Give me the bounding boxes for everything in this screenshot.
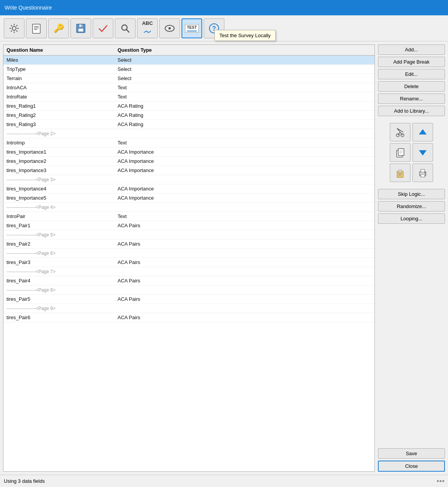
toolbar: 🔑 ABC bbox=[0, 15, 448, 41]
cell-question-type: ACA Importance bbox=[118, 158, 371, 164]
add-to-library-button[interactable]: Add to Library... bbox=[378, 106, 445, 116]
cell-question-type: ACA Rating bbox=[118, 112, 371, 118]
search-button[interactable] bbox=[115, 18, 136, 38]
svg-point-12 bbox=[168, 27, 171, 30]
status-bar: Using 3 data fields bbox=[0, 475, 448, 487]
table-row[interactable]: tires_Pair5ACA Pairs bbox=[3, 295, 374, 304]
table-row[interactable]: tires_Importance1ACA Importance bbox=[3, 148, 374, 157]
delete-button[interactable]: Delete bbox=[378, 81, 445, 92]
cell-question-type: ACA Pairs bbox=[118, 296, 371, 302]
cell-question-type: Select bbox=[118, 66, 371, 72]
table-row[interactable]: IntroACAText bbox=[3, 83, 374, 92]
cell-question-name: IntroRate bbox=[7, 94, 118, 100]
table-row[interactable]: tires_Importance2ACA Importance bbox=[3, 157, 374, 166]
save-button[interactable] bbox=[70, 18, 91, 38]
table-row[interactable]: tires_Pair6ACA Pairs bbox=[3, 313, 374, 322]
cell-question-type: ACA Pairs bbox=[118, 259, 371, 265]
table-row[interactable]: MilesSelect bbox=[3, 56, 374, 65]
cell-question-type: ACA Rating bbox=[118, 121, 371, 127]
page-break-row: -------------------<Page 3> bbox=[3, 175, 374, 184]
randomize-button[interactable]: Randomize... bbox=[378, 201, 445, 212]
dot1 bbox=[437, 480, 439, 482]
edit-button[interactable]: Edit... bbox=[378, 69, 445, 79]
question-table: Question Name Question Type MilesSelectT… bbox=[3, 44, 375, 472]
svg-rect-1 bbox=[33, 24, 40, 33]
svg-rect-8 bbox=[80, 25, 81, 27]
table-scroll[interactable]: MilesSelectTripTypeSelectTerrainSelectIn… bbox=[3, 56, 374, 471]
table-header: Question Name Question Type bbox=[3, 45, 374, 56]
table-row[interactable]: tires_Pair4ACA Pairs bbox=[3, 276, 374, 285]
move-down-button[interactable] bbox=[412, 143, 433, 162]
icon-row-1 bbox=[378, 123, 445, 141]
table-row[interactable]: TerrainSelect bbox=[3, 74, 374, 83]
cell-question-name: tires_Pair2 bbox=[7, 241, 118, 247]
svg-rect-35 bbox=[421, 174, 425, 177]
table-row[interactable]: IntroPairText bbox=[3, 212, 374, 221]
cell-question-type: Select bbox=[118, 75, 371, 81]
questionnaire-button[interactable] bbox=[26, 18, 47, 38]
icon-row-3 bbox=[378, 164, 445, 182]
paste-button[interactable] bbox=[390, 164, 410, 182]
dot3 bbox=[442, 480, 444, 482]
cell-question-name: Terrain bbox=[7, 75, 118, 81]
table-row[interactable]: tires_Rating1ACA Rating bbox=[3, 102, 374, 111]
table-row[interactable]: tires_Pair1ACA Pairs bbox=[3, 221, 374, 230]
cell-question-name: IntroPair bbox=[7, 213, 118, 219]
cell-question-type: ACA Pairs bbox=[118, 315, 371, 320]
main-content: Question Name Question Type MilesSelectT… bbox=[0, 41, 448, 475]
add-page-break-button[interactable]: Add Page Break bbox=[378, 57, 445, 67]
table-row[interactable]: IntroImpText bbox=[3, 138, 374, 148]
svg-line-19 bbox=[397, 128, 403, 132]
cell-question-type: ACA Rating bbox=[118, 103, 371, 109]
table-row[interactable]: IntroRateText bbox=[3, 92, 374, 102]
page-break-row: -------------------<Page 7> bbox=[3, 267, 374, 276]
check-button[interactable] bbox=[93, 18, 113, 38]
page-break-row: -------------------<Page 5> bbox=[3, 230, 374, 239]
print-button[interactable] bbox=[412, 164, 433, 182]
add-button[interactable]: Add... bbox=[378, 44, 445, 55]
cell-question-name: tires_Importance4 bbox=[7, 186, 118, 192]
table-row[interactable]: tires_Importance5ACA Importance bbox=[3, 193, 374, 203]
table-row[interactable]: tires_Pair2ACA Pairs bbox=[3, 239, 374, 249]
cell-question-name: tires_Rating3 bbox=[7, 121, 118, 127]
cell-question-type: ACA Pairs bbox=[118, 241, 371, 247]
rename-button[interactable]: Rename... bbox=[378, 93, 445, 104]
copy-button[interactable] bbox=[390, 143, 410, 162]
cut-button[interactable] bbox=[390, 123, 410, 141]
cell-question-type: ACA Pairs bbox=[118, 278, 371, 284]
key-button[interactable]: 🔑 bbox=[48, 18, 69, 38]
col-header-type: Question Type bbox=[118, 47, 365, 53]
table-row[interactable]: tires_Importance4ACA Importance bbox=[3, 184, 374, 193]
close-button[interactable]: Close bbox=[378, 461, 445, 472]
cell-question-type: Text bbox=[118, 94, 371, 100]
settings-button[interactable] bbox=[4, 18, 25, 38]
table-row[interactable]: TripTypeSelect bbox=[3, 65, 374, 74]
svg-rect-29 bbox=[399, 170, 402, 172]
cell-question-name: tires_Pair5 bbox=[7, 296, 118, 302]
skip-logic-button[interactable]: Skip Logic... bbox=[378, 189, 445, 199]
cell-question-name: tires_Rating2 bbox=[7, 112, 118, 118]
cell-question-type: Text bbox=[118, 213, 371, 219]
cell-question-name: tires_Rating1 bbox=[7, 103, 118, 109]
status-dots bbox=[437, 480, 444, 482]
preview-button[interactable] bbox=[159, 18, 180, 38]
col-header-name: Question Name bbox=[7, 47, 118, 53]
looping-button[interactable]: Looping... bbox=[378, 213, 445, 224]
title-bar: Write Questionnaire bbox=[0, 0, 448, 15]
dot2 bbox=[440, 480, 441, 482]
move-up-button[interactable] bbox=[412, 123, 433, 141]
icon-row-2 bbox=[378, 143, 445, 162]
cell-question-type: Select bbox=[118, 57, 371, 63]
svg-line-10 bbox=[127, 30, 129, 32]
table-row[interactable]: tires_Rating2ACA Rating bbox=[3, 111, 374, 120]
table-row[interactable]: tires_Rating3ACA Rating bbox=[3, 120, 374, 129]
table-row[interactable]: tires_Pair3ACA Pairs bbox=[3, 258, 374, 267]
cell-question-type: ACA Pairs bbox=[118, 223, 371, 228]
cell-question-type: ACA Importance bbox=[118, 186, 371, 192]
cell-question-type: Text bbox=[118, 140, 371, 146]
save-action-button[interactable]: Save bbox=[378, 448, 445, 459]
test-survey-tooltip: Test the Survey Locally bbox=[214, 30, 276, 41]
test-survey-button[interactable]: TEST bbox=[181, 18, 202, 38]
spellcheck-button[interactable]: ABC bbox=[137, 18, 158, 38]
table-row[interactable]: tires_Importance3ACA Importance bbox=[3, 166, 374, 175]
